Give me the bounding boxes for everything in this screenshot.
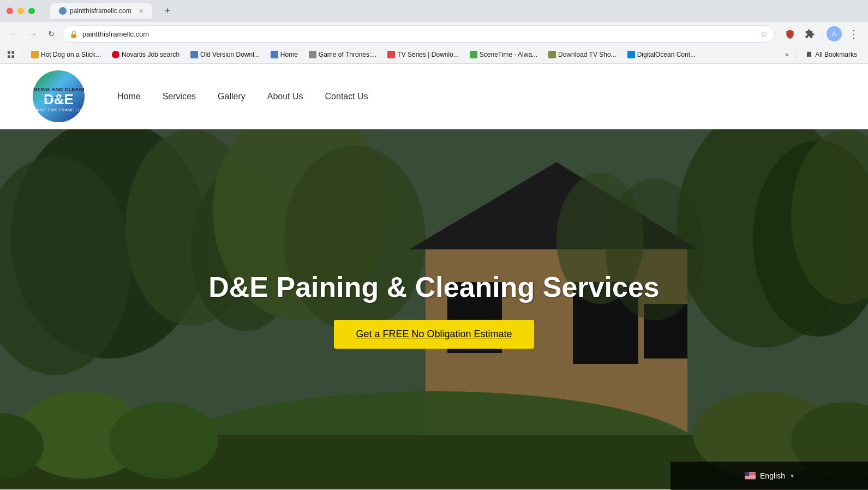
- apps-icon-container[interactable]: [7, 50, 15, 59]
- bookmark-label: Download TV Sho...: [558, 51, 616, 58]
- bookmark-favicon: [548, 51, 556, 58]
- security-icon: 🔒: [69, 30, 78, 38]
- svg-text:D&E: D&E: [44, 91, 74, 107]
- tab-title: paintthisframellc.com: [70, 7, 131, 15]
- bookmark-favicon: [387, 51, 395, 58]
- all-bookmarks-label: All Bookmarks: [815, 51, 857, 58]
- website: PAINTING AND CLEANING D&E PAINT THIS FRA…: [0, 64, 868, 489]
- nav-gallery[interactable]: Gallery: [218, 89, 246, 104]
- bookmark-label: SceneTime - Alwa...: [480, 51, 537, 58]
- bookmark-digitalocean[interactable]: DigitalOcean Cont...: [623, 49, 700, 60]
- minimize-button[interactable]: [17, 8, 24, 14]
- site-nav: Home Services Gallery About Us Contact U…: [117, 89, 368, 104]
- svg-rect-39: [745, 477, 756, 478]
- nav-about-us[interactable]: About Us: [267, 89, 303, 104]
- logo: PAINTING AND CLEANING D&E PAINT THIS FRA…: [33, 70, 85, 122]
- bookmarks-separator: [22, 50, 22, 59]
- bookmark-downloadtv[interactable]: Download TV Sho...: [544, 49, 621, 60]
- bookmark-got[interactable]: Game of Thrones:...: [304, 49, 381, 60]
- svg-rect-0: [8, 51, 10, 54]
- bookmark-home[interactable]: Home: [266, 49, 302, 60]
- address-bar[interactable]: 🔒 paintthisframellc.com ☆: [62, 25, 775, 43]
- language-flag: [745, 472, 756, 480]
- hero-cta-button[interactable]: Get a FREE No Obligation Estimate: [334, 320, 534, 349]
- bookmarks-bar: Hot Dog on a Stick... Novartis Job searc…: [0, 46, 868, 63]
- bookmark-novartis[interactable]: Novartis Job search: [107, 49, 184, 60]
- profile-avatar[interactable]: A: [827, 26, 842, 41]
- nav-services[interactable]: Services: [163, 89, 196, 104]
- svg-rect-3: [11, 55, 14, 58]
- bookmarks-separator-right: [796, 50, 797, 59]
- maximize-button[interactable]: [28, 8, 35, 14]
- svg-rect-38: [745, 476, 756, 477]
- site-header: PAINTING AND CLEANING D&E PAINT THIS FRA…: [0, 64, 868, 129]
- toolbar-icons: A ⋮: [782, 26, 861, 41]
- nav-contact-us[interactable]: Contact Us: [325, 89, 368, 104]
- tab-favicon: [59, 7, 67, 15]
- close-button[interactable]: [7, 8, 13, 14]
- logo-area[interactable]: PAINTING AND CLEANING D&E PAINT THIS FRA…: [33, 70, 85, 122]
- bookmark-favicon: [112, 51, 119, 58]
- bookmark-label: Hot Dog on a Stick...: [41, 51, 101, 58]
- new-tab-button[interactable]: +: [161, 4, 174, 17]
- svg-rect-40: [745, 479, 756, 479]
- bookmark-star-icon[interactable]: ☆: [761, 29, 768, 38]
- bookmark-oldversion[interactable]: Old Version Downl...: [186, 49, 264, 60]
- hero-section: D&E Paining & Cleaning Services Get a FR…: [0, 129, 868, 489]
- bookmark-tvseries[interactable]: TV Series | Downlo...: [383, 49, 463, 60]
- all-bookmarks-button[interactable]: All Bookmarks: [801, 49, 861, 60]
- svg-rect-41: [745, 472, 749, 476]
- bookmark-favicon: [309, 51, 316, 58]
- toolbar-divider: [822, 28, 822, 39]
- bookmark-label: TV Series | Downlo...: [397, 51, 459, 58]
- language-chevron-icon: ▾: [791, 472, 794, 480]
- bookmark-label: Game of Thrones:...: [319, 51, 377, 58]
- bookmark-label: Home: [280, 51, 298, 58]
- svg-rect-1: [11, 51, 14, 54]
- language-label: English: [760, 471, 785, 480]
- browser-titlebar: paintthisframellc.com × +: [0, 0, 868, 22]
- back-button[interactable]: ←: [7, 26, 22, 41]
- svg-text:PAINT THIS FRAME LLC: PAINT THIS FRAME LLC: [34, 107, 83, 112]
- bookmark-scenetime[interactable]: SceneTime - Alwa...: [465, 49, 542, 60]
- bookmark-label: Novartis Job search: [122, 51, 179, 58]
- brave-shield-icon[interactable]: [782, 26, 798, 41]
- nav-home[interactable]: Home: [117, 89, 141, 104]
- extensions-icon[interactable]: [802, 26, 817, 41]
- bookmark-hotdog[interactable]: Hot Dog on a Stick...: [27, 49, 105, 60]
- bookmark-favicon: [271, 51, 278, 58]
- svg-rect-2: [8, 55, 10, 58]
- language-bar[interactable]: English ▾: [671, 462, 868, 489]
- bookmark-label: Old Version Downl...: [200, 51, 260, 58]
- forward-button[interactable]: →: [25, 26, 40, 41]
- bookmark-favicon: [627, 51, 635, 58]
- menu-icon[interactable]: ⋮: [846, 26, 861, 41]
- bookmark-label: DigitalOcean Cont...: [637, 51, 696, 58]
- bookmark-favicon: [31, 51, 39, 58]
- browser-nav: ← → ↻ 🔒 paintthisframellc.com ☆ A ⋮: [0, 22, 868, 46]
- bookmark-favicon: [190, 51, 198, 58]
- tab-close-icon[interactable]: ×: [139, 7, 143, 15]
- bookmark-favicon: [470, 51, 477, 58]
- browser-chrome: paintthisframellc.com × + ← → ↻ 🔒 paintt…: [0, 0, 868, 64]
- reload-button[interactable]: ↻: [44, 26, 59, 41]
- hero-title: D&E Paining & Cleaning Services: [208, 271, 659, 303]
- url-text: paintthisframellc.com: [82, 30, 756, 38]
- hero-content: D&E Paining & Cleaning Services Get a FR…: [208, 271, 659, 349]
- more-bookmarks-button[interactable]: »: [782, 49, 792, 60]
